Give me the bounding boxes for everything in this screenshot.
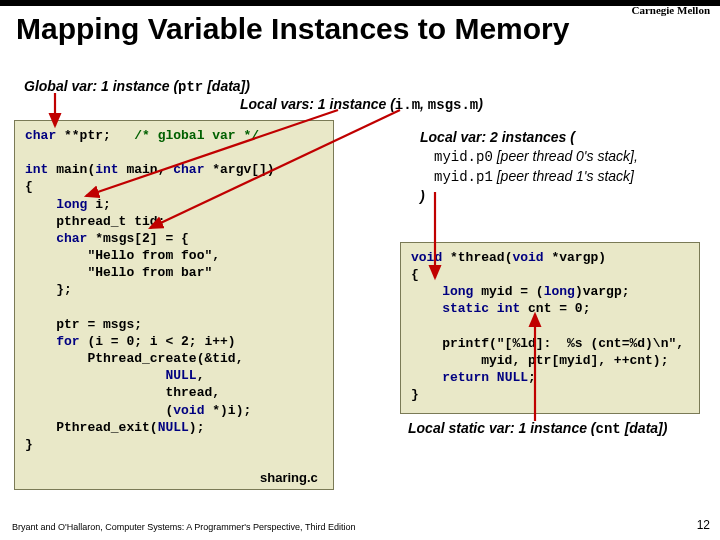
global-var-tail: [data]) [203, 78, 250, 94]
local2-l2b: [peer thread 1's stack] [493, 168, 634, 184]
local2-l1a: myid.p0 [434, 149, 493, 165]
staticvar-label: Local static var: [408, 420, 515, 436]
local-vars-tail: ) [478, 96, 483, 112]
staticvar-code: cnt [596, 421, 621, 437]
local-vars-mid: , [420, 96, 428, 112]
local-var-2inst: Local var: 2 instances ( myid.p0 [peer t… [420, 128, 638, 206]
staticvar-text: 1 instance ( [515, 420, 596, 436]
sharing-label: sharing.c [260, 470, 318, 485]
global-var-caption: Global var: 1 instance (ptr [data]) [24, 78, 250, 95]
slide-title: Mapping Variable Instances to Memory [0, 6, 720, 46]
local-vars-label: Local vars: [240, 96, 314, 112]
local2-label: Local var: [420, 129, 486, 145]
local-vars-text: 1 instance ( [314, 96, 395, 112]
right-code-box: void *thread(void *vargp) { long myid = … [400, 242, 700, 414]
local2-l2a: myid.p1 [434, 169, 493, 185]
global-var-code: ptr [178, 79, 203, 95]
left-code-box: char **ptr; /* global var */ int main(in… [14, 120, 334, 490]
local-static-caption: Local static var: 1 instance (cnt [data]… [408, 420, 667, 437]
local2-tail: ) [420, 188, 425, 204]
footer-citation: Bryant and O'Hallaron, Computer Systems:… [12, 522, 355, 532]
local-vars-caption: Local vars: 1 instance (i.m, msgs.m) [240, 96, 483, 113]
staticvar-tail: [data]) [621, 420, 668, 436]
local2-head: 2 instances ( [486, 129, 575, 145]
global-var-text: 1 instance ( [97, 78, 178, 94]
local-vars-code1: i.m [395, 97, 420, 113]
global-var-label: Global var: [24, 78, 97, 94]
local-vars-code2: msgs.m [428, 97, 478, 113]
page-number: 12 [697, 518, 710, 532]
local2-l1b: [peer thread 0's stack], [493, 148, 638, 164]
cmu-label: Carnegie Mellon [631, 4, 710, 16]
